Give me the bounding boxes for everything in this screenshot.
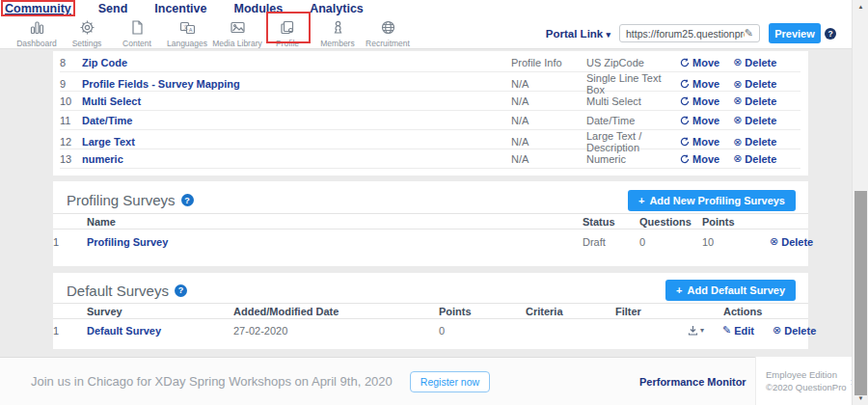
profiling-surveys-section: Profiling Surveys ? +Add New Profiling S… [53,181,808,266]
toolbar-item-members[interactable]: Members [312,18,363,48]
svg-text:A: A [188,27,192,33]
performance-monitor-link[interactable]: Performance Monitor [639,376,746,388]
register-now-button[interactable]: Register now [410,371,490,392]
toolbar-item-label: Settings [72,39,102,48]
field-category: N/A [511,115,586,126]
row-number: 1 [53,325,87,337]
toolbar-item-profile[interactable]: Profile [262,18,312,48]
delete-label: Delete [745,153,776,165]
survey-questions: 0 [639,236,702,248]
portal-link-dropdown[interactable]: Portal Link ▾ [546,28,610,40]
profile-field-link[interactable]: Profile Fields - Survey Mapping [82,78,511,90]
move-label: Move [692,136,719,148]
delete-link[interactable]: ⊗Delete [733,78,776,91]
col-header-name: Name [87,216,583,228]
toolbar-item-content[interactable]: Content [112,18,162,48]
primary-nav: Community Send Incentive Modules Analyti… [5,0,364,17]
profile-field-link[interactable]: Large Text [82,136,511,148]
help-icon[interactable]: ? [825,28,836,40]
row-number: 9 [60,78,82,90]
toolbar-item-dashboard[interactable]: Dashboard [12,18,62,48]
translate-icon: 文A [179,18,196,37]
move-label: Move [692,78,719,90]
profile-field-link[interactable]: Date/Time [82,115,511,126]
delete-link[interactable]: ⊗Delete [733,94,776,107]
field-type: Multi Select [586,95,680,107]
move-label: Move [692,95,719,107]
profile-fields-table: 8 Zip Code Profile Info US ZipCode Move … [53,51,808,176]
scroll-down-arrow-icon[interactable]: ▼ [853,392,868,404]
image-icon [230,18,246,37]
move-link[interactable]: Move [680,153,719,165]
portal-link-label: Portal Link [546,28,603,40]
plus-icon: + [676,284,682,296]
delete-link[interactable]: ⊗Delete [733,114,776,126]
add-default-survey-button[interactable]: +Add Default Survey [665,280,796,301]
delete-label: Delete [745,95,776,107]
nav-tab-send[interactable]: Send [98,2,128,15]
nav-tab-modules[interactable]: Modules [234,2,284,15]
download-dropdown[interactable]: ▾ [688,325,704,336]
row-number: 10 [60,95,82,107]
help-icon[interactable]: ? [181,194,194,206]
field-type: Large Text / Description [586,130,680,153]
nav-tab-incentive[interactable]: Incentive [154,2,206,15]
edit-link[interactable]: ✎Edit [722,324,754,337]
delete-label: Delete [784,325,816,337]
delete-link[interactable]: ⊗Delete [733,152,776,165]
add-profiling-survey-button[interactable]: +Add New Profiling Surveys [628,190,796,211]
move-link[interactable]: Move [680,57,719,68]
plus-icon: + [638,195,644,206]
delete-circle-icon: ⊗ [733,152,742,165]
toolbar-item-label: Recruitment [366,39,410,48]
delete-circle-icon: ⊗ [733,78,742,91]
scroll-up-arrow-icon[interactable]: ▲ [853,1,868,13]
delete-label: Delete [781,236,813,248]
row-number: 11 [60,115,82,126]
toolbar-item-label: Media Library [212,39,262,48]
toolbar-item-languages[interactable]: 文A Languages [162,18,212,48]
move-link[interactable]: Move [680,115,719,126]
move-link[interactable]: Move [680,95,719,107]
nav-tab-community[interactable]: Community [5,2,71,15]
move-link[interactable]: Move [680,78,719,90]
profile-field-link[interactable]: numeric [82,153,511,165]
toolbar-item-media-library[interactable]: Media Library [212,18,262,48]
col-header-actions: Actions [723,306,808,317]
field-category: Profile Info [511,57,586,68]
survey-points: 10 [702,236,770,248]
row-number: 8 [60,57,82,68]
nav-tab-analytics[interactable]: Analytics [310,2,364,15]
delete-link[interactable]: ⊗Delete [733,136,776,148]
preview-button[interactable]: Preview [769,23,821,43]
col-header-criteria: Criteria [526,306,615,317]
chevron-down-icon: ▾ [606,30,610,40]
edition-text: Employee Edition©2020 QuestionPro [766,369,847,394]
toolbar-item-settings[interactable]: Settings [62,18,112,48]
move-link[interactable]: Move [680,136,719,148]
vertical-scrollbar[interactable]: ▲ ▼ [852,0,868,405]
secondary-toolbar: Dashboard Settings Content 文A Languages [12,18,413,48]
delete-link[interactable]: ⊗Delete [770,235,823,248]
edit-pencil-icon[interactable]: ✎ [745,27,753,40]
field-category: N/A [511,153,586,165]
delete-link[interactable]: ⊗Delete [773,324,816,337]
profile-field-link[interactable]: Multi Select [82,95,511,107]
toolbar-item-label: Content [122,39,151,48]
table-header: Survey Added/Modified Date Points Criter… [53,303,808,319]
portal-url-field[interactable]: https://forum25.questionpro.com ✎ [619,24,760,42]
col-header-date: Added/Modified Date [233,306,439,317]
col-header-filter: Filter [615,306,723,317]
profile-field-link[interactable]: Zip Code [82,57,511,68]
help-icon[interactable]: ? [175,284,187,297]
toolbar-item-recruitment[interactable]: Recruitment [363,18,413,48]
profiling-survey-link[interactable]: Profiling Survey [87,236,583,248]
add-button-label: Add New Profiling Surveys [649,195,785,206]
delete-link[interactable]: ⊗Delete [733,56,776,68]
col-header-points: Points [439,306,526,317]
scrollbar-thumb[interactable] [854,191,867,395]
portal-url-value: https://forum25.questionpro.com [626,28,745,40]
dashboard-icon [29,18,45,37]
default-survey-link[interactable]: Default Survey [87,325,233,337]
profile-card-icon [280,18,296,37]
